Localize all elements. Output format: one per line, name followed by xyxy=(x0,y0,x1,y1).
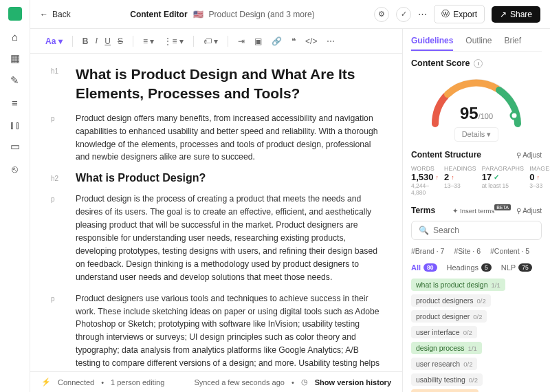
indent-icon[interactable]: ⇥ xyxy=(238,36,245,46)
link-icon[interactable]: 🔗 xyxy=(272,36,282,46)
terms-search[interactable]: 🔍 xyxy=(411,221,542,240)
term-pill[interactable]: user interface 0/2 xyxy=(411,326,477,338)
metric: PARAGRAPHS17 ✓at least 15 xyxy=(482,165,524,196)
book-icon[interactable]: ▭ xyxy=(9,140,21,153)
term-pill[interactable]: product designers 0/2 xyxy=(411,294,491,307)
tab-brief[interactable]: Brief xyxy=(504,36,521,51)
status-bar: ⚡ Connected • 1 person editing Synced a … xyxy=(30,371,402,392)
term-pill[interactable]: design process 1/1 xyxy=(411,342,482,354)
term-chip[interactable]: #Brand · 7 xyxy=(411,247,444,255)
analytics-icon[interactable]: ⫿⫿ xyxy=(9,118,21,131)
grid-icon[interactable]: ▦ xyxy=(9,52,21,65)
search-input[interactable] xyxy=(433,226,536,235)
search-icon: 🔍 xyxy=(419,226,429,235)
block-p[interactable]: Product design is the process of creatin… xyxy=(76,193,382,283)
block-p[interactable]: Product design offers many benefits, fro… xyxy=(76,112,382,164)
home-icon[interactable]: ⌂ xyxy=(9,30,21,43)
history-icon: ◷ xyxy=(301,378,308,386)
term-pill[interactable]: usability testing 0/2 xyxy=(411,373,483,386)
share-icon: ↗ xyxy=(500,10,507,19)
block-tag: h2 xyxy=(51,172,66,184)
block-tag: p xyxy=(51,292,66,371)
align-dropdown[interactable]: ≡ ▾ xyxy=(143,36,154,46)
arrow-left-icon: ← xyxy=(40,10,48,19)
filter-nlp[interactable]: NLP75 xyxy=(501,263,532,272)
info-icon[interactable]: i xyxy=(474,59,483,68)
strike-icon[interactable]: S xyxy=(118,36,123,46)
tag-dropdown[interactable]: 🏷 ▾ xyxy=(204,36,218,46)
terms-title: Terms xyxy=(411,206,435,215)
list-dropdown[interactable]: ⋮≡ ▾ xyxy=(164,36,183,46)
metric: IMAGES0 ↑3–33 xyxy=(529,165,550,196)
status-synced: Synced a few seconds ago xyxy=(194,378,284,386)
share-rail-icon[interactable]: ⎋ xyxy=(9,162,21,175)
underline-icon[interactable]: U xyxy=(104,36,111,46)
wordpress-icon: ⓦ xyxy=(441,8,450,20)
term-chip[interactable]: #Site · 6 xyxy=(454,247,481,255)
quote-icon[interactable]: ❝ xyxy=(292,36,296,46)
filter-all[interactable]: All80 xyxy=(411,263,437,272)
version-history-link[interactable]: Show version history xyxy=(315,378,391,386)
content-score-title: Content Score xyxy=(411,58,470,68)
term-pill[interactable]: product designer 0/2 xyxy=(411,310,487,323)
page-title: Content Editor xyxy=(130,10,187,19)
term-pill[interactable]: what is product design 1/1 xyxy=(411,279,505,291)
topbar: ← Back Content Editor 🇺🇸 Product Design … xyxy=(30,0,550,29)
block-tag: h1 xyxy=(51,65,66,104)
back-button[interactable]: ← Back xyxy=(40,10,71,19)
term-pill[interactable]: user feedback 1/2 xyxy=(411,389,478,392)
side-panel: Guidelines Outline Brief Content Score i xyxy=(403,29,550,392)
block-h1[interactable]: What is Product Design and What Are Its … xyxy=(76,65,382,104)
app-logo[interactable] xyxy=(8,7,22,21)
metric: WORDS1,530 ↑4,244–4,880 xyxy=(411,165,439,196)
check-icon[interactable]: ✓ xyxy=(396,7,411,22)
editor-content[interactable]: h1What is Product Design and What Are It… xyxy=(30,54,402,371)
back-label: Back xyxy=(52,10,71,19)
svg-point-0 xyxy=(511,112,518,119)
block-tag: p xyxy=(51,193,66,283)
term-chip[interactable]: #Content · 5 xyxy=(490,247,529,255)
edit-icon[interactable]: ✎ xyxy=(9,74,21,87)
block-h2[interactable]: What is Product Design? xyxy=(76,172,206,184)
status-editing: 1 person editing xyxy=(111,378,164,386)
score-gauge xyxy=(425,72,528,127)
settings-icon[interactable]: ⚙ xyxy=(374,7,389,22)
list-icon[interactable]: ≡ xyxy=(9,96,21,109)
text-style-dropdown[interactable]: Aa ▾ xyxy=(45,36,63,46)
italic-icon[interactable]: I xyxy=(95,36,98,46)
share-button[interactable]: ↗ Share xyxy=(492,6,540,23)
term-pill[interactable]: user research 0/2 xyxy=(411,358,477,370)
adjust-terms-button[interactable]: ⚲ Adjust xyxy=(516,207,542,215)
more-icon[interactable]: ⋯ xyxy=(418,9,427,19)
insert-terms-button[interactable]: ✦ Insert termsBETA xyxy=(452,207,511,215)
left-rail: ⌂ ▦ ✎ ≡ ⫿⫿ ▭ ⎋ xyxy=(0,0,30,392)
export-button[interactable]: ⓦ Export xyxy=(434,5,485,23)
code-icon[interactable]: </> xyxy=(305,36,317,46)
status-connected: Connected xyxy=(58,378,94,386)
block-tag: p xyxy=(51,112,66,164)
bold-icon[interactable]: B xyxy=(82,36,89,46)
tab-guidelines[interactable]: Guidelines xyxy=(411,36,453,51)
details-button[interactable]: Details ▾ xyxy=(454,127,499,142)
editor-toolbar: Aa ▾ B I U S ≡ ▾ ⋮≡ ▾ 🏷 ▾ ⇥ ▣ xyxy=(30,29,402,54)
toolbar-more-icon[interactable]: ⋯ xyxy=(327,36,335,46)
block-p[interactable]: Product designers use various tools and … xyxy=(76,292,382,371)
context-label: Product Design (and 3 more) xyxy=(209,10,315,19)
adjust-structure-button[interactable]: ⚲ Adjust xyxy=(516,151,542,159)
image-icon[interactable]: ▣ xyxy=(254,36,262,46)
flag-icon: 🇺🇸 xyxy=(193,10,204,19)
content-structure-title: Content Structure xyxy=(411,150,481,160)
tab-outline[interactable]: Outline xyxy=(465,36,492,51)
filter-headings[interactable]: Headings5 xyxy=(447,263,492,272)
bolt-icon: ⚡ xyxy=(41,378,51,386)
metric: HEADINGS2 ↑13–33 xyxy=(444,165,476,196)
